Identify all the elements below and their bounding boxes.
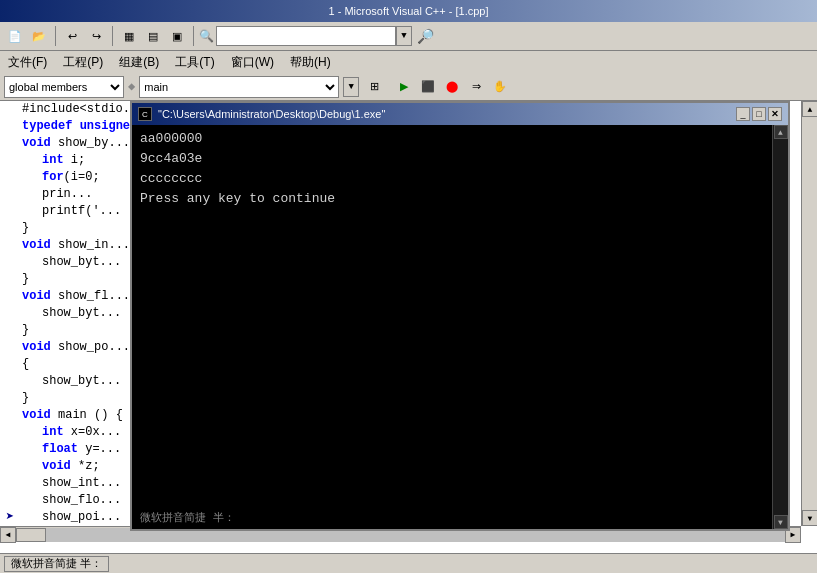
code-content: void show_in... <box>18 237 130 254</box>
vertical-scrollbar[interactable]: ▲ ▼ <box>801 101 817 526</box>
code-content: void *z; <box>18 458 100 475</box>
line-indicator <box>2 424 18 441</box>
console-content-area: aa0000009cc4a03eccccccccPress any key to… <box>132 125 788 529</box>
debug-btn[interactable]: ▣ <box>166 25 188 47</box>
console-controls: _ □ ✕ <box>736 107 782 121</box>
code-content: } <box>18 220 29 237</box>
code-content: int x=0x... <box>18 424 121 441</box>
code-content: #include<stdio.h> <box>18 101 144 118</box>
line-indicator <box>2 152 18 169</box>
line-indicator <box>2 288 18 305</box>
code-content: } <box>18 271 29 288</box>
code-content: show_flo... <box>18 492 121 509</box>
menu-tools[interactable]: 工具(T) <box>167 52 222 73</box>
line-indicator <box>2 407 18 424</box>
console-output-line: 9cc4a03e <box>140 149 764 169</box>
line-indicator <box>2 169 18 186</box>
line-indicator <box>2 356 18 373</box>
debug-stop-btn[interactable]: ⬛ <box>417 76 439 98</box>
menu-window[interactable]: 窗口(W) <box>223 52 282 73</box>
menu-project[interactable]: 工程(P) <box>55 52 111 73</box>
line-indicator <box>2 322 18 339</box>
code-content: show_byt... <box>18 254 121 271</box>
search-go-btn[interactable]: 🔎 <box>414 25 436 47</box>
line-indicator <box>2 441 18 458</box>
console-ime-status: 微软拼音简捷 半： <box>140 510 235 525</box>
console-title-bar: C "C:\Users\Administrator\Desktop\Debug\… <box>132 103 788 125</box>
search-dropdown-arrow[interactable]: ▼ <box>396 26 412 46</box>
hand-btn[interactable]: ✋ <box>489 76 511 98</box>
console-window: C "C:\Users\Administrator\Desktop\Debug\… <box>130 101 790 531</box>
redo-btn[interactable]: ↪ <box>85 25 107 47</box>
console-scroll-down-btn[interactable]: ▼ <box>774 515 788 529</box>
console-title-text: "C:\Users\Administrator\Desktop\Debug\1.… <box>158 108 385 120</box>
code-content: show_int... <box>18 475 121 492</box>
console-scroll-up-btn[interactable]: ▲ <box>774 125 788 139</box>
line-indicator: ➤ <box>2 509 18 526</box>
code-content: void show_po... <box>18 339 130 356</box>
line-indicator <box>2 203 18 220</box>
code-content: void show_by... <box>18 135 130 152</box>
line-indicator <box>2 475 18 492</box>
code-content: show_byt... <box>18 373 121 390</box>
line-indicator <box>2 373 18 390</box>
new-file-btn[interactable]: 📄 <box>4 25 26 47</box>
console-lines: aa0000009cc4a03eccccccccPress any key to… <box>140 129 764 209</box>
function-selector[interactable]: main <box>139 76 339 98</box>
function-dropdown-arrow[interactable]: ▼ <box>343 77 359 97</box>
console-app-icon: C <box>138 107 152 121</box>
console-output-line: Press any key to continue <box>140 189 764 209</box>
code-content: } <box>18 322 29 339</box>
sep-3 <box>193 26 194 46</box>
search-icon: 🔍 <box>199 29 214 44</box>
line-indicator <box>2 135 18 152</box>
status-bar: 微软拼音简捷 半： <box>0 553 817 573</box>
console-close-btn[interactable]: ✕ <box>768 107 782 121</box>
line-indicator <box>2 118 18 135</box>
menu-build[interactable]: 组建(B) <box>111 52 167 73</box>
code-content: show_byt... <box>18 305 121 322</box>
code-content: int i; <box>18 152 85 169</box>
scroll-down-btn[interactable]: ▼ <box>802 510 817 526</box>
window-title: 1 - Microsoft Visual C++ - [1.cpp] <box>329 5 489 17</box>
scope-selector[interactable]: global members <box>4 76 124 98</box>
console-maximize-btn[interactable]: □ <box>752 107 766 121</box>
step-over-btn[interactable]: ⇒ <box>465 76 487 98</box>
h-scroll-thumb[interactable] <box>16 528 46 542</box>
menu-help[interactable]: 帮助(H) <box>282 52 339 73</box>
code-nav-bar: global members ◆ main ▼ ⊞ ▶ ⬛ ⬤ ⇒ ✋ <box>0 73 817 101</box>
debug-start-btn[interactable]: ▶ <box>393 76 415 98</box>
breakpoint-btn[interactable]: ⬤ <box>441 76 463 98</box>
line-indicator <box>2 390 18 407</box>
undo-btn[interactable]: ↩ <box>61 25 83 47</box>
toolbar-row-1: 📄 📂 ↩ ↪ ▦ ▤ ▣ 🔍 month ▼ 🔎 <box>0 22 817 50</box>
ime-status-text: 微软拼音简捷 半： <box>11 556 102 571</box>
main-toolbar: 📄 📂 ↩ ↪ ▦ ▤ ▣ 🔍 month ▼ 🔎 <box>0 22 817 51</box>
code-content: for(i=0; <box>18 169 100 186</box>
scroll-up-btn[interactable]: ▲ <box>802 101 817 117</box>
nav-extra-btn[interactable]: ⊞ <box>363 76 385 98</box>
menu-file[interactable]: 文件(F) <box>0 52 55 73</box>
open-btn[interactable]: 📂 <box>28 25 50 47</box>
line-indicator <box>2 271 18 288</box>
nav-toolbar-buttons: ▶ ⬛ ⬤ ⇒ ✋ <box>393 76 511 98</box>
build-btn[interactable]: ▦ <box>118 25 140 47</box>
console-minimize-btn[interactable]: _ <box>736 107 750 121</box>
console-output-line: cccccccc <box>140 169 764 189</box>
code-content: } <box>18 390 29 407</box>
ime-status-panel: 微软拼音简捷 半： <box>4 556 109 572</box>
code-content: void main () { <box>18 407 123 424</box>
menu-bar: 文件(F) 工程(P) 组建(B) 工具(T) 窗口(W) 帮助(H) <box>0 51 817 73</box>
line-indicator <box>2 339 18 356</box>
code-content: float y=... <box>18 441 121 458</box>
run-btn[interactable]: ▤ <box>142 25 164 47</box>
code-content: show_poi... <box>18 509 121 526</box>
title-bar: 1 - Microsoft Visual C++ - [1.cpp] <box>0 0 817 22</box>
search-combo: 🔍 month ▼ <box>199 26 412 46</box>
code-content: printf('... <box>18 203 121 220</box>
scroll-left-btn[interactable]: ◀ <box>0 527 16 543</box>
search-input[interactable]: month <box>216 26 396 46</box>
code-content: void show_fl... <box>18 288 130 305</box>
console-scrollbar[interactable]: ▲ ▼ <box>772 125 788 529</box>
console-body: aa0000009cc4a03eccccccccPress any key to… <box>132 125 772 529</box>
